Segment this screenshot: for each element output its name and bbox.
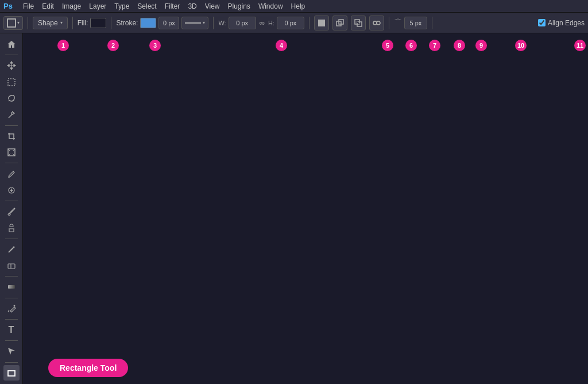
menu-bar: Ps File Edit Image Layer Type Select Fil… bbox=[0, 0, 588, 13]
path-select-icon bbox=[7, 347, 16, 356]
home-btn[interactable] bbox=[3, 37, 20, 52]
eraser-btn[interactable] bbox=[3, 258, 20, 273]
width-input[interactable] bbox=[229, 17, 256, 29]
toolbar-separator-4 bbox=[5, 201, 18, 201]
toolbar: T bbox=[0, 33, 23, 384]
separator-6 bbox=[389, 17, 389, 29]
toolbar-separator-2 bbox=[5, 125, 18, 126]
gradient-icon bbox=[7, 282, 16, 291]
menu-select[interactable]: Select bbox=[137, 2, 156, 10]
fill-swatch[interactable] bbox=[90, 18, 106, 28]
menu-type[interactable]: Type bbox=[114, 2, 129, 10]
path-ops-icon bbox=[354, 19, 362, 27]
rectangle-icon bbox=[7, 18, 16, 28]
svg-rect-8 bbox=[8, 79, 15, 86]
menu-help[interactable]: Help bbox=[291, 2, 305, 10]
combine-shapes-btn[interactable] bbox=[332, 16, 347, 30]
svg-rect-27 bbox=[8, 371, 15, 376]
width-label: W: bbox=[218, 20, 226, 26]
eyedropper-btn[interactable] bbox=[3, 166, 20, 181]
main-area: T Rectangle Tool bbox=[0, 33, 588, 384]
move-tool-btn[interactable] bbox=[3, 58, 20, 73]
marquee-icon bbox=[7, 78, 16, 87]
frame-tool-btn[interactable] bbox=[3, 145, 20, 160]
stroke-type-chevron: ▾ bbox=[203, 20, 205, 25]
shape-chevron-icon: ▾ bbox=[60, 20, 63, 25]
path-selection-btn[interactable] bbox=[3, 344, 20, 359]
svg-rect-23 bbox=[8, 264, 15, 268]
toolbar-separator-5 bbox=[5, 239, 18, 239]
path-operations-btn[interactable] bbox=[351, 16, 366, 30]
options-bar: ▾ Shape ▾ Fill: Stroke: ▾ W: ∞ H: bbox=[0, 13, 588, 33]
toolbar-separator-10 bbox=[5, 362, 18, 363]
stamp-icon bbox=[7, 224, 16, 233]
svg-point-6 bbox=[373, 21, 377, 25]
shape-mode-label: Shape bbox=[38, 19, 58, 27]
menu-filter[interactable]: Filter bbox=[165, 2, 180, 10]
pen-btn[interactable] bbox=[3, 301, 20, 316]
fill-label: Fill: bbox=[78, 19, 88, 27]
crop-tool-btn[interactable] bbox=[3, 129, 20, 144]
align-edges-checkbox[interactable] bbox=[538, 19, 546, 26]
tool-selector[interactable]: ▾ bbox=[3, 16, 23, 30]
canvas[interactable]: Rectangle Tool bbox=[23, 33, 588, 384]
toolbar-separator-1 bbox=[5, 55, 18, 55]
toolbar-separator-8 bbox=[5, 319, 18, 320]
path-arrangement-btn[interactable] bbox=[369, 16, 384, 30]
svg-line-9 bbox=[9, 100, 10, 101]
rectangle-tool-tooltip[interactable]: Rectangle Tool bbox=[48, 359, 128, 377]
stamp-btn[interactable] bbox=[3, 220, 20, 235]
link-wh-icon[interactable]: ∞ bbox=[260, 18, 265, 27]
toolbar-separator-7 bbox=[5, 298, 18, 298]
separator-5 bbox=[309, 17, 310, 29]
healing-icon bbox=[7, 186, 16, 195]
rectangle-tool-icon bbox=[7, 368, 16, 378]
menu-image[interactable]: Image bbox=[62, 2, 81, 10]
menu-plugins[interactable]: Plugins bbox=[228, 2, 250, 10]
text-btn[interactable]: T bbox=[3, 322, 20, 337]
rectangle-tool-btn[interactable] bbox=[3, 365, 20, 380]
menu-view[interactable]: View bbox=[205, 2, 220, 10]
lasso-tool-btn[interactable] bbox=[3, 91, 20, 106]
text-icon: T bbox=[9, 325, 14, 335]
eyedropper-icon bbox=[7, 170, 16, 179]
app-logo: Ps bbox=[3, 2, 13, 10]
height-label: H: bbox=[268, 20, 274, 26]
stroke-swatch[interactable] bbox=[140, 18, 156, 28]
frame-icon bbox=[7, 148, 16, 157]
new-layer-btn[interactable] bbox=[314, 16, 329, 30]
combine-icon bbox=[336, 19, 344, 27]
width-section: W: bbox=[218, 17, 256, 29]
stroke-width-input[interactable] bbox=[158, 17, 179, 29]
marquee-tool-btn[interactable] bbox=[3, 75, 20, 90]
eraser-icon bbox=[7, 261, 16, 270]
separator-2 bbox=[72, 17, 73, 29]
healing-btn[interactable] bbox=[3, 183, 20, 198]
menu-file[interactable]: File bbox=[23, 2, 34, 10]
magic-wand-icon bbox=[7, 110, 16, 120]
menu-window[interactable]: Window bbox=[258, 2, 283, 10]
lasso-icon bbox=[7, 94, 16, 103]
stroke-type-dropdown[interactable]: ▾ bbox=[181, 17, 208, 29]
brush-icon bbox=[7, 207, 16, 216]
brush-btn[interactable] bbox=[3, 204, 20, 219]
menu-edit[interactable]: Edit bbox=[42, 2, 54, 10]
corner-radius-input[interactable] bbox=[404, 17, 427, 29]
gradient-btn[interactable] bbox=[3, 279, 20, 294]
magic-wand-btn[interactable] bbox=[3, 107, 20, 122]
svg-point-7 bbox=[377, 21, 380, 25]
toolbar-separator-6 bbox=[5, 276, 18, 277]
home-icon bbox=[7, 40, 16, 49]
corner-radius-icon: ⌒ bbox=[394, 18, 402, 28]
svg-point-26 bbox=[13, 305, 15, 306]
chevron-down-icon: ▾ bbox=[17, 20, 20, 25]
corner-radius-section: ⌒ bbox=[394, 17, 427, 29]
stroke-line-preview bbox=[185, 22, 201, 24]
smudge-btn[interactable] bbox=[3, 242, 20, 257]
menu-3d[interactable]: 3D bbox=[188, 2, 196, 10]
shape-mode-dropdown[interactable]: Shape ▾ bbox=[33, 17, 68, 29]
height-input[interactable] bbox=[277, 17, 304, 29]
separator-7 bbox=[432, 17, 432, 29]
menu-layer[interactable]: Layer bbox=[89, 2, 106, 10]
stroke-section: Stroke: ▾ bbox=[116, 17, 208, 29]
